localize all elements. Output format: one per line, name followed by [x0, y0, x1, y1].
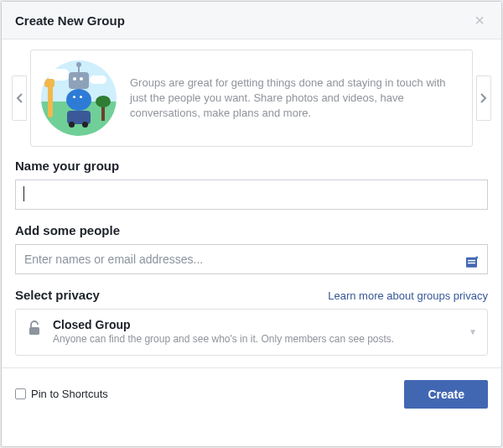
svg-rect-3	[29, 327, 39, 335]
lock-open-icon	[26, 320, 43, 340]
pin-shortcuts-wrap[interactable]: Pin to Shortcuts	[15, 388, 108, 400]
privacy-label-row: Select privacy Learn more about groups p…	[15, 288, 488, 302]
group-name-input[interactable]	[15, 180, 488, 210]
add-people-input[interactable]	[15, 244, 488, 274]
privacy-option-desc: Anyone can find the group and see who's …	[53, 333, 459, 346]
privacy-label: Select privacy	[15, 288, 100, 302]
text-cursor	[23, 186, 24, 201]
chevron-right-icon	[480, 93, 487, 103]
privacy-option-title: Closed Group	[53, 318, 459, 331]
info-description: Groups are great for getting things done…	[130, 76, 459, 122]
info-carousel: Groups are great for getting things done…	[15, 49, 488, 147]
chevron-left-icon	[16, 93, 23, 103]
contacts-icon[interactable]	[464, 255, 480, 273]
groups-illustration	[41, 60, 117, 136]
dialog-body: Groups are great for getting things done…	[2, 39, 501, 446]
create-button[interactable]: Create	[404, 380, 488, 409]
close-icon[interactable]: ×	[471, 12, 488, 29]
privacy-selector[interactable]: Closed Group Anyone can find the group a…	[15, 309, 488, 356]
pin-label: Pin to Shortcuts	[31, 388, 108, 400]
chevron-down-icon: ▼	[469, 327, 477, 336]
pin-checkbox[interactable]	[15, 388, 26, 399]
info-card: Groups are great for getting things done…	[30, 49, 473, 147]
svg-rect-1	[468, 260, 475, 262]
carousel-prev-button[interactable]	[12, 76, 27, 121]
svg-rect-2	[468, 263, 475, 264]
name-input-wrap	[15, 180, 488, 223]
dialog-title: Create New Group	[15, 13, 125, 28]
name-label: Name your group	[15, 159, 488, 173]
carousel-next-button[interactable]	[476, 76, 491, 121]
privacy-text: Closed Group Anyone can find the group a…	[53, 318, 459, 346]
create-group-dialog: Create New Group × Groups are great for …	[1, 1, 502, 447]
dialog-footer: Pin to Shortcuts Create	[15, 368, 488, 420]
privacy-learn-link[interactable]: Learn more about groups privacy	[328, 289, 488, 302]
people-input-wrap	[15, 244, 488, 288]
people-label: Add some people	[15, 223, 488, 237]
dialog-header: Create New Group ×	[2, 2, 501, 39]
